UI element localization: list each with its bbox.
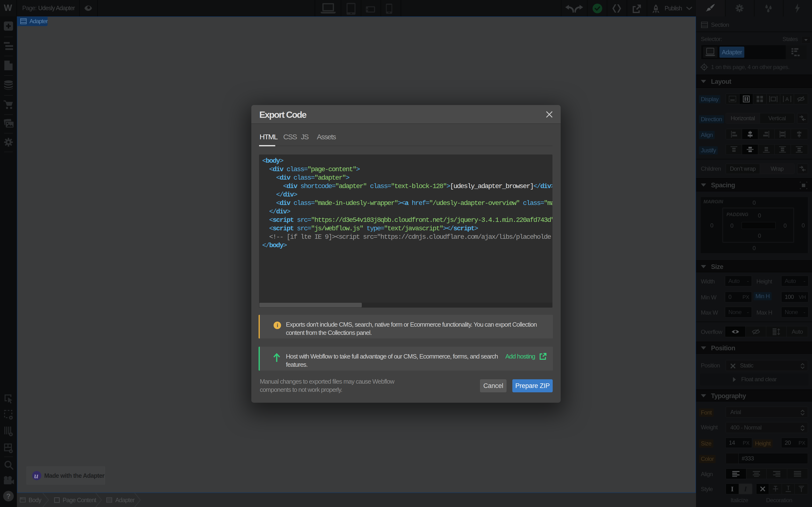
svg-text:A: A bbox=[785, 96, 789, 102]
